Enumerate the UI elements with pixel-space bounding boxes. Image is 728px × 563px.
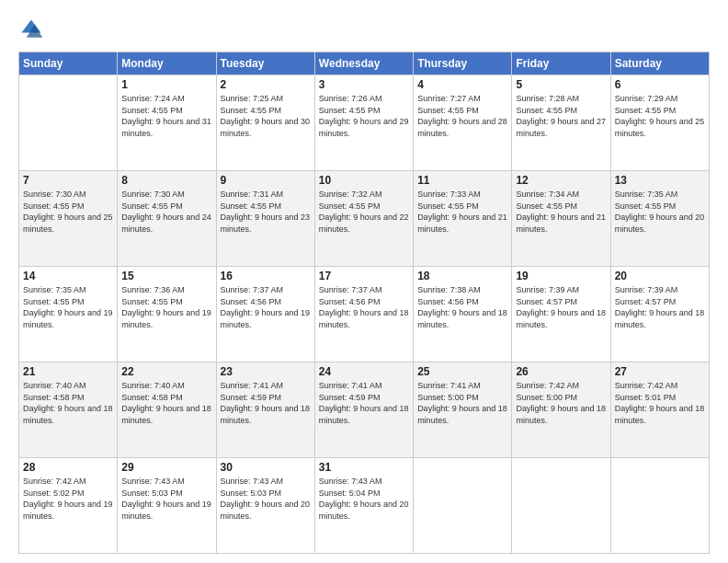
calendar-cell: 30Sunrise: 7:43 AMSunset: 5:03 PMDayligh… xyxy=(216,458,314,554)
daylight-text: Daylight: 9 hours and 22 minutes. xyxy=(319,212,409,235)
sunset-text: Sunset: 5:02 PM xyxy=(23,488,113,500)
sunrise-text: Sunrise: 7:43 AM xyxy=(319,476,409,488)
calendar-cell: 10Sunrise: 7:32 AMSunset: 4:55 PMDayligh… xyxy=(314,171,413,267)
sunrise-text: Sunrise: 7:39 AM xyxy=(516,284,606,296)
day-number: 2 xyxy=(221,78,311,91)
day-number: 26 xyxy=(516,365,606,378)
sunset-text: Sunset: 4:55 PM xyxy=(221,201,311,213)
day-header-monday: Monday xyxy=(118,52,216,75)
calendar-week-row: 7Sunrise: 7:30 AMSunset: 4:55 PMDaylight… xyxy=(19,171,710,267)
day-header-tuesday: Tuesday xyxy=(216,52,314,75)
calendar-cell: 15Sunrise: 7:36 AMSunset: 4:55 PMDayligh… xyxy=(118,267,216,362)
calendar-cell: 26Sunrise: 7:42 AMSunset: 5:00 PMDayligh… xyxy=(512,362,610,458)
calendar-cell: 6Sunrise: 7:29 AMSunset: 4:55 PMDaylight… xyxy=(610,75,709,171)
day-info: Sunrise: 7:26 AMSunset: 4:55 PMDaylight:… xyxy=(319,93,409,139)
calendar-cell xyxy=(414,458,512,554)
calendar-cell: 24Sunrise: 7:41 AMSunset: 4:59 PMDayligh… xyxy=(314,362,413,458)
calendar-cell: 18Sunrise: 7:38 AMSunset: 4:56 PMDayligh… xyxy=(414,267,512,362)
sunrise-text: Sunrise: 7:29 AM xyxy=(615,93,705,105)
daylight-text: Daylight: 9 hours and 19 minutes. xyxy=(121,499,211,522)
sunrise-text: Sunrise: 7:40 AM xyxy=(23,380,113,392)
sunset-text: Sunset: 4:56 PM xyxy=(319,296,409,308)
day-info: Sunrise: 7:42 AMSunset: 5:00 PMDaylight:… xyxy=(516,380,606,426)
day-number: 24 xyxy=(319,365,409,378)
calendar-cell: 16Sunrise: 7:37 AMSunset: 4:56 PMDayligh… xyxy=(216,267,314,362)
sunrise-text: Sunrise: 7:32 AM xyxy=(319,189,409,201)
sunset-text: Sunset: 4:55 PM xyxy=(319,201,409,213)
day-number: 12 xyxy=(516,174,606,187)
day-number: 10 xyxy=(319,174,409,187)
calendar-cell: 8Sunrise: 7:30 AMSunset: 4:55 PMDaylight… xyxy=(118,171,216,267)
day-number: 15 xyxy=(121,270,211,282)
sunset-text: Sunset: 4:55 PM xyxy=(516,105,606,117)
day-number: 11 xyxy=(417,174,507,187)
sunrise-text: Sunrise: 7:36 AM xyxy=(121,284,211,296)
daylight-text: Daylight: 9 hours and 21 minutes. xyxy=(417,212,507,235)
sunset-text: Sunset: 4:55 PM xyxy=(121,201,211,213)
calendar-cell: 3Sunrise: 7:26 AMSunset: 4:55 PMDaylight… xyxy=(314,75,413,171)
sunrise-text: Sunrise: 7:42 AM xyxy=(615,380,705,392)
sunset-text: Sunset: 5:03 PM xyxy=(121,488,211,500)
sunrise-text: Sunrise: 7:43 AM xyxy=(121,476,211,488)
sunrise-text: Sunrise: 7:35 AM xyxy=(615,189,705,201)
calendar-cell xyxy=(19,75,118,171)
day-number: 29 xyxy=(121,461,211,474)
daylight-text: Daylight: 9 hours and 18 minutes. xyxy=(417,403,507,426)
daylight-text: Daylight: 9 hours and 18 minutes. xyxy=(615,403,705,426)
day-info: Sunrise: 7:28 AMSunset: 4:55 PMDaylight:… xyxy=(516,93,606,139)
daylight-text: Daylight: 9 hours and 27 minutes. xyxy=(516,116,606,139)
sunset-text: Sunset: 4:55 PM xyxy=(417,105,507,117)
daylight-text: Daylight: 9 hours and 18 minutes. xyxy=(121,403,211,426)
day-number: 23 xyxy=(221,365,311,378)
day-info: Sunrise: 7:38 AMSunset: 4:56 PMDaylight:… xyxy=(417,284,507,330)
sunset-text: Sunset: 5:00 PM xyxy=(516,392,606,404)
day-info: Sunrise: 7:33 AMSunset: 4:55 PMDaylight:… xyxy=(417,189,507,235)
daylight-text: Daylight: 9 hours and 19 minutes. xyxy=(23,499,113,522)
day-info: Sunrise: 7:40 AMSunset: 4:58 PMDaylight:… xyxy=(23,380,113,426)
daylight-text: Daylight: 9 hours and 19 minutes. xyxy=(23,307,113,330)
day-info: Sunrise: 7:34 AMSunset: 4:55 PMDaylight:… xyxy=(516,189,606,235)
day-info: Sunrise: 7:43 AMSunset: 5:04 PMDaylight:… xyxy=(319,476,409,522)
daylight-text: Daylight: 9 hours and 19 minutes. xyxy=(121,307,211,330)
calendar-cell: 9Sunrise: 7:31 AMSunset: 4:55 PMDaylight… xyxy=(216,171,314,267)
daylight-text: Daylight: 9 hours and 20 minutes. xyxy=(319,499,409,522)
calendar-cell: 28Sunrise: 7:42 AMSunset: 5:02 PMDayligh… xyxy=(19,458,118,554)
day-header-sunday: Sunday xyxy=(19,52,118,75)
day-info: Sunrise: 7:25 AMSunset: 4:55 PMDaylight:… xyxy=(221,93,311,139)
header xyxy=(18,17,710,42)
sunrise-text: Sunrise: 7:38 AM xyxy=(417,284,507,296)
day-info: Sunrise: 7:43 AMSunset: 5:03 PMDaylight:… xyxy=(221,476,311,522)
day-info: Sunrise: 7:35 AMSunset: 4:55 PMDaylight:… xyxy=(615,189,705,235)
sunrise-text: Sunrise: 7:39 AM xyxy=(615,284,705,296)
calendar-cell: 2Sunrise: 7:25 AMSunset: 4:55 PMDaylight… xyxy=(216,75,314,171)
sunrise-text: Sunrise: 7:42 AM xyxy=(23,476,113,488)
day-number: 27 xyxy=(615,365,705,378)
sunset-text: Sunset: 4:55 PM xyxy=(615,201,705,213)
day-number: 7 xyxy=(23,174,113,187)
day-number: 1 xyxy=(121,78,211,91)
calendar-cell: 4Sunrise: 7:27 AMSunset: 4:55 PMDaylight… xyxy=(414,75,512,171)
sunrise-text: Sunrise: 7:35 AM xyxy=(23,284,113,296)
day-info: Sunrise: 7:43 AMSunset: 5:03 PMDaylight:… xyxy=(121,476,211,522)
sunset-text: Sunset: 5:00 PM xyxy=(417,392,507,404)
daylight-text: Daylight: 9 hours and 18 minutes. xyxy=(23,403,113,426)
calendar-week-row: 21Sunrise: 7:40 AMSunset: 4:58 PMDayligh… xyxy=(19,362,710,458)
sunrise-text: Sunrise: 7:25 AM xyxy=(221,93,311,105)
day-number: 17 xyxy=(319,270,409,282)
daylight-text: Daylight: 9 hours and 18 minutes. xyxy=(319,403,409,426)
sunset-text: Sunset: 4:55 PM xyxy=(516,201,606,213)
calendar-cell xyxy=(512,458,610,554)
day-info: Sunrise: 7:37 AMSunset: 4:56 PMDaylight:… xyxy=(221,284,311,330)
day-info: Sunrise: 7:27 AMSunset: 4:55 PMDaylight:… xyxy=(417,93,507,139)
day-info: Sunrise: 7:41 AMSunset: 4:59 PMDaylight:… xyxy=(319,380,409,426)
sunset-text: Sunset: 4:57 PM xyxy=(516,296,606,308)
daylight-text: Daylight: 9 hours and 23 minutes. xyxy=(221,212,311,235)
day-number: 14 xyxy=(23,270,113,282)
sunset-text: Sunset: 4:57 PM xyxy=(615,296,705,308)
day-info: Sunrise: 7:30 AMSunset: 4:55 PMDaylight:… xyxy=(23,189,113,235)
sunset-text: Sunset: 5:01 PM xyxy=(615,392,705,404)
day-number: 21 xyxy=(23,365,113,378)
calendar-cell: 29Sunrise: 7:43 AMSunset: 5:03 PMDayligh… xyxy=(118,458,216,554)
sunrise-text: Sunrise: 7:41 AM xyxy=(417,380,507,392)
sunrise-text: Sunrise: 7:28 AM xyxy=(516,93,606,105)
